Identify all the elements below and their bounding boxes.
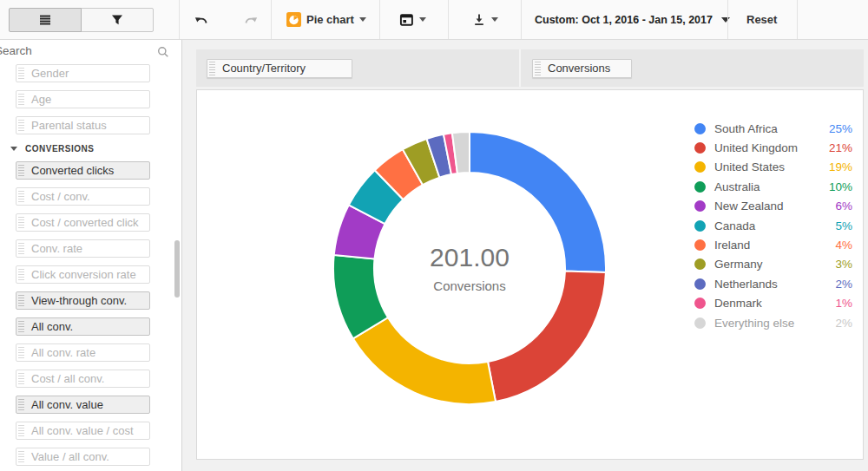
- sidebar-item[interactable]: Cost / converted click: [16, 213, 150, 232]
- legend-item[interactable]: United States19%: [694, 158, 852, 177]
- legend-item[interactable]: Everything else2%: [694, 313, 852, 332]
- legend-item[interactable]: South Africa25%: [694, 119, 852, 138]
- toolbar-separator: [179, 0, 180, 39]
- metric-chip[interactable]: Conversions: [532, 59, 632, 78]
- download-button[interactable]: [465, 7, 505, 32]
- legend-item[interactable]: United Kingdom21%: [694, 138, 852, 157]
- drag-grip-icon: [18, 321, 24, 333]
- chart-type-button[interactable]: Pie chart: [279, 7, 373, 32]
- sidebar-item[interactable]: All conv. rate: [16, 343, 150, 362]
- pie-slice[interactable]: [488, 271, 606, 402]
- sidebar-item[interactable]: All conv. value: [16, 396, 150, 414]
- legend-percent: 6%: [823, 200, 852, 213]
- sidebar-item-label: Gender: [31, 67, 69, 80]
- calendar-button[interactable]: [392, 7, 433, 32]
- sidebar-item-label: All conv. value / cost: [31, 424, 134, 437]
- drag-grip-icon: [18, 165, 24, 177]
- dimension-chip-label: Country/Territory: [222, 62, 306, 75]
- sidebar-scrollbar-thumb[interactable]: [174, 240, 180, 298]
- legend-dot-icon: [694, 298, 706, 309]
- drag-grip-icon: [18, 399, 24, 411]
- sidebar: Search GenderAgeParental statusCONVERSIO…: [0, 40, 182, 471]
- legend-item[interactable]: New Zealand6%: [694, 197, 852, 216]
- legend-label: Denmark: [714, 297, 823, 310]
- search-field[interactable]: Search: [0, 40, 181, 62]
- sidebar-item-label: Parental status: [31, 119, 107, 132]
- legend-item[interactable]: Germany3%: [694, 255, 852, 274]
- toolbar-separator: [521, 0, 522, 39]
- sidebar-item[interactable]: Parental status: [16, 116, 150, 134]
- undo-button[interactable]: [184, 7, 219, 32]
- date-range-button[interactable]: Custom: Oct 1, 2016 - Jan 15, 2017: [528, 7, 737, 32]
- legend-item[interactable]: Canada5%: [694, 216, 852, 235]
- redo-button[interactable]: [233, 7, 267, 32]
- drag-grip-icon: [18, 120, 24, 132]
- legend-label: South Africa: [714, 122, 823, 135]
- sidebar-item[interactable]: Conv. rate: [16, 239, 150, 258]
- main-area: Country/Territory Conversions 201.00 Con…: [182, 40, 868, 471]
- pie-slice[interactable]: [470, 132, 606, 272]
- sidebar-item[interactable]: Value / all conv.: [16, 448, 150, 466]
- drag-grip-icon: [18, 269, 24, 281]
- sidebar-item-label: Click conversion rate: [31, 268, 136, 281]
- sidebar-item[interactable]: View-through conv.: [16, 291, 150, 310]
- legend-percent: 21%: [823, 141, 852, 154]
- legend-label: New Zealand: [714, 200, 823, 213]
- sidebar-item-label: All conv.: [31, 320, 73, 333]
- dimension-chip[interactable]: Country/Territory: [207, 59, 352, 78]
- toolbar-separator: [797, 0, 798, 39]
- sidebar-item[interactable]: Gender: [16, 64, 150, 82]
- drag-grip-icon: [18, 451, 24, 463]
- sidebar-list: GenderAgeParental statusCONVERSIONSConve…: [0, 62, 181, 471]
- legend-percent: 5%: [823, 219, 852, 232]
- segmented-view-control: [9, 8, 154, 32]
- sidebar-item[interactable]: Click conversion rate: [16, 265, 150, 284]
- pie-slice[interactable]: [353, 317, 496, 404]
- legend-label: United States: [714, 160, 823, 173]
- legend-label: Ireland: [714, 239, 823, 252]
- legend-dot-icon: [694, 258, 706, 270]
- sidebar-section-header[interactable]: CONVERSIONS: [10, 142, 181, 154]
- sidebar-item[interactable]: All conv. value / cost: [16, 422, 150, 440]
- legend-item[interactable]: Australia10%: [694, 177, 852, 196]
- legend-dot-icon: [694, 123, 706, 134]
- toolbar-separator: [448, 0, 449, 39]
- sidebar-item-label: Cost / conv.: [31, 190, 90, 203]
- legend-label: Australia: [714, 180, 823, 193]
- metric-chip-label: Conversions: [548, 62, 610, 75]
- section-header-label: CONVERSIONS: [25, 144, 94, 154]
- filter-button[interactable]: [81, 8, 154, 32]
- search-input[interactable]: Search: [0, 44, 32, 57]
- legend-item[interactable]: Denmark1%: [694, 294, 852, 313]
- list-view-button[interactable]: [9, 8, 82, 32]
- drag-grip-icon: [18, 94, 24, 106]
- body-row: Search GenderAgeParental statusCONVERSIO…: [0, 40, 868, 471]
- reset-button[interactable]: Reset: [740, 7, 784, 32]
- sidebar-item-label: Age: [31, 93, 51, 106]
- sidebar-item[interactable]: Cost / all conv.: [16, 370, 150, 388]
- legend-item[interactable]: Netherlands2%: [694, 274, 852, 293]
- chips-bar: Country/Territory Conversions: [196, 49, 864, 87]
- app-window: Pie chart Custom: Oct 1, 2016 - Jan 15,: [0, 0, 868, 471]
- calendar-icon: [399, 13, 414, 27]
- sidebar-item-label: Cost / all conv.: [31, 372, 104, 385]
- sidebar-item-label: All conv. value: [31, 398, 103, 411]
- legend-percent: 19%: [823, 160, 852, 173]
- sidebar-item-label: Value / all conv.: [31, 450, 109, 463]
- donut-chart: [331, 129, 608, 407]
- download-icon: [472, 13, 486, 27]
- legend-dot-icon: [694, 161, 706, 173]
- drag-grip-icon: [535, 62, 541, 75]
- sidebar-item[interactable]: Age: [16, 90, 150, 108]
- legend-item[interactable]: Ireland4%: [694, 235, 852, 254]
- drag-grip-icon: [18, 347, 24, 359]
- legend-label: Germany: [714, 258, 823, 271]
- legend-percent: 2%: [823, 278, 852, 291]
- legend-dot-icon: [694, 278, 706, 290]
- sidebar-item[interactable]: Converted clicks: [16, 161, 150, 180]
- dropdown-caret: [721, 17, 730, 23]
- sidebar-item[interactable]: All conv.: [16, 317, 150, 336]
- sidebar-item[interactable]: Cost / conv.: [16, 187, 150, 206]
- legend-percent: 2%: [823, 317, 852, 330]
- drag-grip-icon: [209, 62, 215, 75]
